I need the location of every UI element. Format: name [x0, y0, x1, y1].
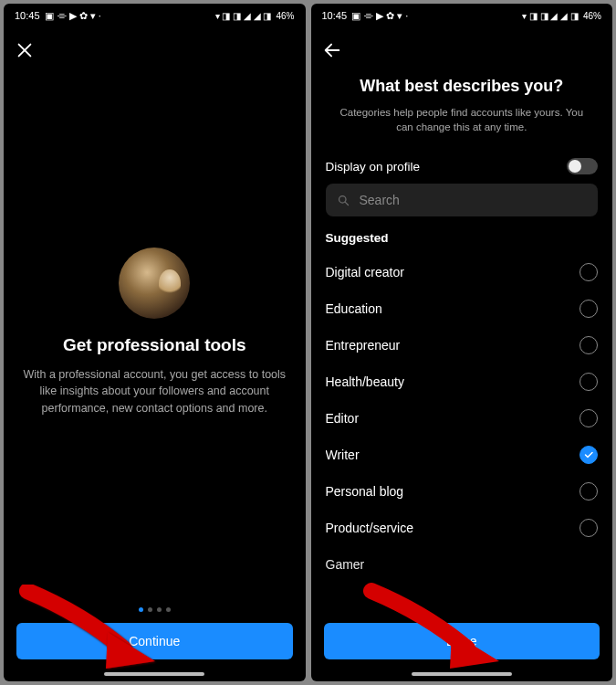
category-label: Editor: [326, 411, 360, 426]
page-title: What best describes you?: [326, 77, 599, 96]
status-icons-left: ▣ ⌯ ▶ ✿ ▾ ·: [45, 10, 101, 22]
section-label-suggested: Suggested: [326, 231, 599, 245]
status-icons-right: ▾ ◨ ◨ ◢ ◢ ◨: [522, 11, 579, 21]
radio-unselected[interactable]: [579, 409, 598, 427]
back-button[interactable]: [315, 33, 350, 68]
category-option[interactable]: Personal blog: [326, 473, 599, 510]
category-label: Education: [326, 301, 382, 316]
page-subtitle: Categories help people find accounts lik…: [337, 105, 588, 134]
category-option[interactable]: Education: [326, 290, 599, 327]
radio-unselected[interactable]: [579, 263, 598, 281]
status-bar: 10:45 ▣ ⌯ ▶ ✿ ▾ · ▾ ◨ ◨ ◢ ◢ ◨ 46%: [4, 4, 306, 27]
status-battery: 46%: [583, 11, 601, 21]
search-placeholder: Search: [360, 193, 400, 207]
home-indicator: [412, 672, 512, 676]
category-label: Health/beauty: [326, 374, 404, 389]
back-arrow-icon: [322, 40, 342, 60]
svg-point-0: [339, 195, 346, 203]
page-title: Get professional tools: [63, 335, 246, 355]
category-option[interactable]: Digital creator: [326, 254, 599, 290]
status-icons-left: ▣ ⌯ ▶ ✿ ▾ ·: [351, 10, 408, 22]
avatar: [119, 248, 190, 319]
screen-professional-tools: 10:45 ▣ ⌯ ▶ ✿ ▾ · ▾ ◨ ◨ ◢ ◢ ◨ 46% Get pr…: [4, 4, 306, 681]
done-button[interactable]: Done: [324, 623, 600, 659]
status-battery: 46%: [276, 11, 294, 21]
display-on-profile-row[interactable]: Display on profile: [326, 154, 599, 184]
pager-dot: [148, 607, 152, 612]
category-label: Product/service: [326, 521, 413, 535]
status-bar: 10:45 ▣ ⌯ ▶ ✿ ▾ · ▾ ◨ ◨ ◢ ◢ ◨ 46%: [311, 4, 613, 27]
search-input[interactable]: Search: [326, 184, 599, 216]
category-option-cutoff[interactable]: Gamer: [326, 546, 599, 583]
pager-dot: [166, 607, 171, 612]
radio-unselected[interactable]: [579, 300, 598, 318]
display-on-profile-label: Display on profile: [326, 160, 421, 174]
continue-button[interactable]: Continue: [16, 623, 293, 659]
page-description: With a professional account, you get acc…: [22, 366, 287, 416]
status-time: 10:45: [322, 10, 348, 21]
check-icon: [583, 449, 594, 460]
radio-unselected[interactable]: [579, 373, 598, 391]
radio-unselected[interactable]: [579, 519, 598, 537]
close-button[interactable]: [7, 33, 42, 68]
home-indicator: [104, 672, 204, 676]
category-label: Personal blog: [326, 484, 404, 499]
category-label: Writer: [326, 448, 360, 462]
status-time: 10:45: [15, 10, 40, 21]
category-option[interactable]: Editor: [326, 400, 599, 437]
pager-dots: [4, 607, 306, 612]
close-icon: [15, 40, 35, 60]
display-on-profile-toggle[interactable]: [567, 158, 598, 174]
category-option[interactable]: Product/service: [326, 510, 599, 546]
category-option[interactable]: Writer: [326, 437, 599, 473]
radio-selected[interactable]: [579, 446, 598, 464]
category-list: Digital creatorEducationEntrepreneurHeal…: [326, 254, 599, 623]
category-label: Digital creator: [326, 265, 404, 279]
search-icon: [337, 194, 350, 207]
status-icons-right: ▾ ◨ ◨ ◢ ◢ ◨: [215, 11, 272, 21]
pager-dot: [139, 607, 143, 612]
pager-dot: [157, 607, 162, 612]
category-option[interactable]: Health/beauty: [326, 364, 599, 400]
radio-unselected[interactable]: [579, 482, 598, 501]
category-option[interactable]: Entrepreneur: [326, 327, 599, 364]
radio-unselected[interactable]: [579, 336, 598, 354]
screen-select-category: 10:45 ▣ ⌯ ▶ ✿ ▾ · ▾ ◨ ◨ ◢ ◢ ◨ 46% What b…: [311, 4, 613, 681]
category-label: Entrepreneur: [326, 338, 401, 353]
